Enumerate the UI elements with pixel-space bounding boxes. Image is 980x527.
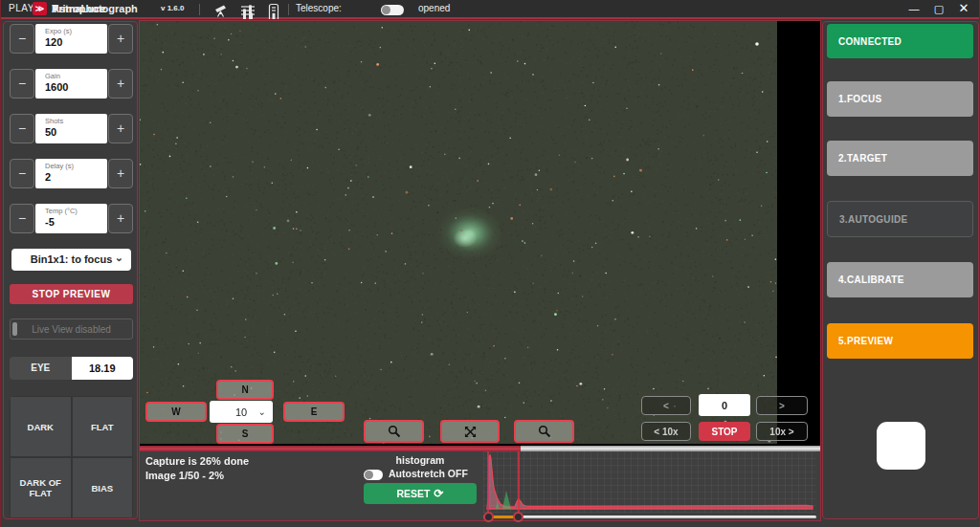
focus-10x-right-button[interactable]: 10x >: [756, 422, 808, 441]
step-preview-button[interactable]: 5.PREVIEW: [827, 323, 973, 359]
dark-frame-button[interactable]: DARK: [10, 396, 72, 457]
delay-field[interactable]: Delay (s) 2: [35, 159, 107, 188]
step-calibrate-button[interactable]: 4.CALIBRATE: [827, 262, 973, 297]
expo-label: Expo (s): [45, 27, 107, 35]
flat-frame-button[interactable]: FLAT: [72, 396, 134, 457]
eye-value: 18.19: [72, 357, 134, 380]
calibration-frames-grid: DARK FLAT DARK OF FLAT BIAS: [10, 396, 133, 518]
connected-button[interactable]: CONNECTED: [827, 24, 973, 58]
expo-increment-button[interactable]: +: [108, 24, 133, 54]
titlebar-divider: [199, 4, 200, 15]
expo-field[interactable]: Expo (s) 120: [35, 24, 107, 54]
temp-field[interactable]: Temp (°C) -5: [35, 204, 107, 233]
magnifier-icon: [388, 425, 401, 438]
delay-increment-button[interactable]: +: [108, 159, 133, 188]
histogram-plot: [483, 451, 816, 513]
delay-value: 2: [45, 171, 107, 183]
temp-decrement-button[interactable]: −: [10, 204, 34, 233]
shots-increment-button[interactable]: +: [108, 114, 133, 143]
slew-west-button[interactable]: W: [145, 402, 207, 422]
focus-step-left-button[interactable]: <: [641, 396, 691, 415]
minimize-button[interactable]: —: [904, 0, 924, 17]
titlebar: PLAY ≫ PrimaLuceAstrophotographY v 1.6.0…: [1, 0, 980, 19]
histogram-reset-button[interactable]: RESET⟳: [364, 483, 477, 504]
refresh-icon: ⟳: [434, 487, 443, 500]
eye-button[interactable]: EYE: [10, 357, 72, 380]
delay-decrement-button[interactable]: −: [10, 159, 34, 188]
gain-stepper: − Gain 1600 +: [4, 69, 139, 99]
telescope-status: opened: [418, 0, 450, 17]
slider-handle-min[interactable]: [483, 512, 494, 522]
telescope-label: Telescope:: [296, 0, 342, 17]
eye-readout: EYE 18.19: [10, 357, 133, 380]
focus-stop-button[interactable]: STOP: [699, 422, 750, 441]
temp-label: Temp (°C): [45, 207, 107, 215]
stop-preview-button[interactable]: STOP PREVIEW: [10, 284, 133, 304]
gain-label: Gain: [45, 72, 107, 80]
slew-south-button[interactable]: S: [216, 424, 274, 444]
delay-stepper: − Delay (s) 2 +: [4, 159, 139, 188]
autostretch-toggle-knob: [365, 471, 373, 479]
slew-north-button[interactable]: N: [216, 380, 274, 400]
expo-decrement-button[interactable]: −: [10, 24, 34, 54]
maximize-button[interactable]: ▢: [929, 0, 948, 17]
chevron-down-icon: ⌄: [258, 406, 266, 417]
live-view-label: Live View disabled: [32, 324, 111, 335]
temp-stepper: − Temp (°C) -5 +: [4, 204, 139, 233]
telescope-toggle[interactable]: [381, 5, 404, 15]
shots-decrement-button[interactable]: −: [10, 114, 34, 143]
histogram-label: histogram: [364, 454, 477, 466]
binning-select[interactable]: Bin1x1: to focus⌄: [11, 249, 131, 271]
binning-select-value: Bin1x1: to focus: [31, 253, 113, 265]
shots-stepper: − Shots 50 +: [4, 114, 139, 143]
zoom-in-button[interactable]: [514, 420, 574, 443]
expand-arrows-icon: [464, 426, 477, 438]
focus-position-value: 0: [722, 400, 727, 411]
focus-10x-left-button[interactable]: < 10x: [641, 422, 691, 441]
step-autoguide-button[interactable]: 3.AUTOGUIDE: [827, 201, 973, 237]
autostretch-toggle[interactable]: [364, 470, 383, 480]
step-focus-button[interactable]: 1.FOCUS: [827, 81, 973, 117]
autostretch-label: Autostretch OFF: [389, 468, 468, 479]
histogram-curve: [483, 451, 816, 513]
expo-value: 120: [45, 36, 107, 48]
status-and-histogram-panel: Capture is 26% done Image 1/50 - 2% hist…: [140, 451, 820, 520]
brand-part3: Y: [52, 0, 58, 17]
settings-sliders-icon[interactable]: [240, 2, 256, 17]
slider-track[interactable]: [483, 516, 816, 518]
magnifier-icon: [538, 425, 551, 438]
step-target-button[interactable]: 2.TARGET: [827, 141, 973, 176]
slew-step-select[interactable]: 10⌄: [210, 401, 273, 423]
histogram-range-slider: [483, 514, 816, 520]
gain-field[interactable]: Gain 1600: [35, 69, 107, 99]
fit-to-screen-button[interactable]: [440, 420, 500, 443]
expo-stepper: − Expo (s) 120 +: [4, 24, 139, 54]
capture-settings-panel: − Expo (s) 120 + − Gain 1600 + − Shots 5…: [3, 21, 138, 519]
temp-increment-button[interactable]: +: [108, 204, 133, 233]
brand-part2: Astrophotograph: [52, 0, 138, 17]
focus-position-field[interactable]: 0: [699, 394, 750, 416]
temp-value: -5: [45, 216, 107, 228]
zoom-out-button[interactable]: [364, 420, 424, 443]
image-status-text: Image 1/50 - 2%: [145, 470, 224, 481]
focus-step-right-button[interactable]: >: [756, 396, 808, 415]
slew-east-button[interactable]: E: [283, 402, 345, 422]
delay-label: Delay (s): [45, 162, 107, 170]
titlebar-divider: [288, 4, 289, 15]
gain-decrement-button[interactable]: −: [10, 69, 34, 99]
color-swatch[interactable]: [877, 422, 925, 470]
bias-frame-button[interactable]: BIAS: [72, 457, 134, 518]
dark-of-flat-frame-button[interactable]: DARK OF FLAT: [10, 457, 72, 518]
gain-increment-button[interactable]: +: [108, 69, 133, 99]
live-view-button[interactable]: Live View disabled: [10, 318, 133, 340]
slider-handle-max[interactable]: [513, 512, 523, 522]
shots-field[interactable]: Shots 50: [35, 114, 107, 143]
telescope-icon[interactable]: [213, 2, 229, 17]
brand-logo-icon: ≫: [33, 2, 47, 15]
image-preview-area: N W 10⌄ E S < 0 > < 10x STOP 10x > Captu…: [139, 20, 821, 521]
telescope-toggle-knob: [382, 6, 390, 14]
shots-label: Shots: [45, 117, 107, 125]
slew-step-value: 10: [235, 406, 247, 418]
log-device-icon[interactable]: [266, 2, 281, 17]
close-button[interactable]: ✕: [954, 0, 973, 17]
